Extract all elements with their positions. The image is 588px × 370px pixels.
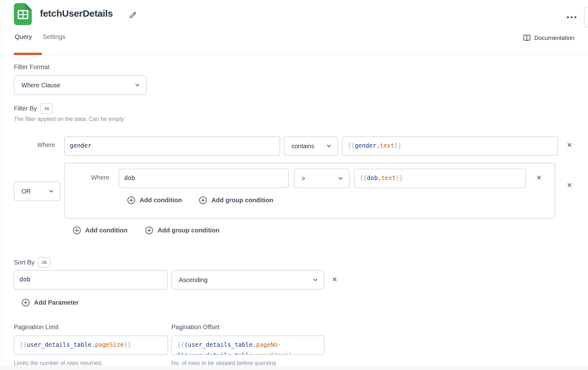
condition-operator-value: contains [291,143,314,150]
group-condition-value-input[interactable]: {{dob.text}} [354,169,526,188]
join-operator-value: OR [21,188,31,195]
chevron-down-icon [337,175,344,182]
offset-code-line-2: 1)*user_details_table.pageSize}} [177,350,319,355]
query-editor-panel: fetchUserDetails Query Settings Document… [0,0,588,370]
more-menu-button[interactable] [563,13,580,22]
group-add-group-condition-label: Add group condition [211,197,273,204]
group-add-group-condition-button[interactable]: Add group condition [199,196,273,204]
sort-order-value: Ascending [179,276,208,284]
group-condition-field-input[interactable]: dob [119,169,289,188]
remove-group-condition-button[interactable]: ✕ [534,173,544,183]
plus-circle-icon [21,298,30,307]
chevron-down-icon [48,188,55,195]
condition-operator-select[interactable]: contains [284,136,338,156]
js-toggle-badge[interactable]: JS [40,103,53,114]
js-toggle-badge[interactable]: JS [38,257,51,268]
add-condition-label: Add condition [85,227,127,234]
edit-pencil-icon[interactable] [128,11,137,19]
book-icon [523,34,531,42]
plus-circle-icon [127,196,136,204]
pagination-offset-input[interactable]: {{(user_details_table.pageNo- 1)*user_de… [171,335,325,355]
add-group-condition-button[interactable]: Add group condition [145,226,219,235]
filter-format-label: Filter Format [14,63,49,71]
group-add-buttons: Add condition Add group condition [127,196,273,204]
remove-group-button[interactable]: ✕ [564,180,574,190]
filter-format-value: Where Clause [21,82,60,89]
filter-format-select[interactable]: Where Clause [14,75,147,95]
filter-by-header: Filter By JS [14,103,53,114]
add-group-condition-label: Add group condition [158,227,219,234]
pagination-limit-input[interactable]: {{user_details_table.pageSize}} [14,335,168,355]
filter-by-helper: The filter applied on the data. Can be e… [14,116,124,122]
where-label: Where [37,141,55,149]
sort-by-label: Sort By [14,259,35,266]
pagination-offset-label: Pagination Offset [171,324,219,331]
plus-circle-icon [199,196,207,204]
google-sheets-icon [14,3,32,25]
condition-group-box: Where dob > {{dob.text}} ✕ Add condition [64,163,555,219]
panel-left-border [1,0,2,370]
filter-by-label: Filter By [14,105,37,112]
sort-order-select[interactable]: Ascending [171,270,325,290]
close-icon: ✕ [332,276,337,283]
sort-field-input[interactable]: dob [14,270,168,290]
plus-circle-icon [145,226,153,235]
condition-value-input[interactable]: {{gender.text}} [342,136,558,156]
where-label: Where [91,174,109,181]
chevron-down-icon [325,143,332,150]
chevron-down-icon [312,276,319,283]
bottom-strip [0,366,588,370]
close-icon: ✕ [567,141,572,149]
remove-sort-button[interactable]: ✕ [330,275,340,285]
chevron-down-icon [134,82,141,89]
pagination-limit-label: Pagination Limit [14,324,58,331]
tabs-divider [0,55,588,55]
tab-settings[interactable]: Settings [43,33,65,41]
add-parameter-label: Add Parameter [34,299,79,306]
filter-add-buttons: Add condition Add group condition [73,226,219,235]
sort-by-header: Sort By JS [14,257,51,268]
query-name-title: fetchUserDetails [40,8,113,19]
condition-field-input[interactable]: gender [64,136,280,156]
join-operator-select[interactable]: OR [14,182,60,201]
group-add-condition-label: Add condition [140,197,182,204]
plus-circle-icon [73,226,81,235]
close-icon: ✕ [567,182,572,189]
documentation-label: Documentation [534,35,574,41]
add-condition-button[interactable]: Add condition [73,226,127,235]
documentation-link[interactable]: Documentation [523,34,574,42]
add-parameter-button[interactable]: Add Parameter [21,298,79,307]
right-edge-button[interactable] [584,7,588,28]
group-condition-operator-select[interactable]: > [294,169,350,188]
remove-condition-button[interactable]: ✕ [564,140,574,150]
tab-query[interactable]: Query [15,33,32,41]
offset-code-line-1: {{(user_details_table.pageNo- [177,339,319,350]
group-condition-operator-value: > [302,175,305,182]
group-add-condition-button[interactable]: Add condition [127,196,182,204]
close-icon: ✕ [536,174,542,182]
